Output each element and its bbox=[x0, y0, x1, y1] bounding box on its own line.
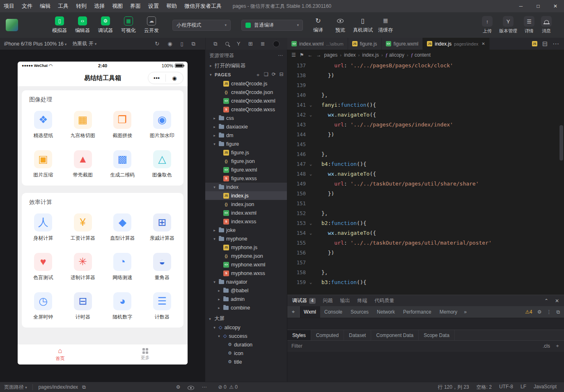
tree-item[interactable]: {}index.json bbox=[205, 200, 287, 209]
app-grid-item[interactable]: ▩生成二维码 bbox=[103, 144, 142, 184]
code-line[interactable]: 150 }) bbox=[287, 188, 564, 198]
panel-tab[interactable]: 代码质量 bbox=[375, 297, 394, 304]
search-icon[interactable] bbox=[225, 42, 229, 46]
code-line[interactable]: 154⌄ wx.navigateTo({ bbox=[287, 228, 564, 238]
devtools-tab[interactable]: Memory bbox=[436, 306, 461, 318]
tree-item[interactable]: ▸@babel bbox=[205, 286, 287, 295]
pages-section-header[interactable]: ▾ PAGES ＋❏⟳⊟ bbox=[205, 70, 287, 79]
filter-input[interactable]: Filter bbox=[291, 343, 303, 349]
tree-item[interactable]: ▾大屏 bbox=[205, 314, 287, 323]
sidebar-tab[interactable]: Styles bbox=[287, 330, 311, 340]
visualization-button[interactable]: ▦可视化 bbox=[119, 16, 138, 34]
app-grid-item[interactable]: 人身材计算 bbox=[23, 208, 63, 247]
version-control-button[interactable]: Y版本管理 bbox=[499, 16, 517, 34]
app-grid-item[interactable]: ▦九宫格切图 bbox=[63, 105, 103, 144]
eye-icon[interactable] bbox=[188, 386, 194, 390]
code-line[interactable]: 138 }) bbox=[287, 70, 564, 80]
tab-overflow-icon[interactable]: » bbox=[461, 309, 469, 315]
mode-select[interactable]: 小程序模式 ▾ bbox=[172, 20, 231, 31]
code-line[interactable]: 145 bbox=[287, 139, 564, 149]
section-action-icon[interactable]: ⊟ bbox=[280, 71, 284, 78]
editor-tab[interactable]: JSfigure.js bbox=[348, 38, 382, 50]
npm-build-icon[interactable] bbox=[273, 41, 280, 47]
breadcrumb-item[interactable]: ƒalicopy bbox=[385, 52, 404, 58]
tree-item[interactable]: ▾myphone bbox=[205, 234, 287, 243]
app-grid-item[interactable]: ♥色盲测试 bbox=[23, 247, 63, 287]
section-action-icon[interactable]: ⟳ bbox=[272, 71, 276, 78]
scrollbar-thumb[interactable] bbox=[559, 125, 563, 160]
code-line[interactable]: 157 bbox=[287, 257, 564, 267]
breadcrumb-item[interactable]: index.js bbox=[362, 52, 379, 58]
more-tools-icon[interactable]: ⋯ bbox=[202, 384, 206, 390]
editor-tab[interactable]: JSindex.jspages\index✕ bbox=[423, 38, 489, 50]
remote-debug-button[interactable]: ▯真机调试 bbox=[353, 17, 373, 34]
minimize-button[interactable]: ─ bbox=[512, 0, 530, 12]
code-line[interactable]: 137 url: '../../pagesB/pages/clock/clock… bbox=[287, 60, 564, 70]
device-frame-icon[interactable]: ▯ bbox=[181, 41, 183, 47]
menubar-item[interactable]: 工具 bbox=[54, 0, 72, 12]
app-grid-item[interactable]: ✳进制计算器 bbox=[63, 247, 103, 287]
miniapp-tab-home[interactable]: ⌂首页 bbox=[18, 344, 103, 364]
code-line[interactable]: 158}, bbox=[287, 267, 564, 277]
fold-toggle-icon[interactable]: ⌄ bbox=[306, 112, 316, 117]
close-tab-icon[interactable]: ✕ bbox=[481, 41, 485, 46]
tree-item[interactable]: ⚙icon bbox=[205, 349, 287, 358]
simulator-button[interactable]: ▯模拟器 bbox=[50, 16, 69, 34]
tree-item[interactable]: JSfigure.js bbox=[205, 148, 287, 157]
code-line[interactable]: 156 }) bbox=[287, 248, 564, 257]
tree-item[interactable]: JScreateQrcode.js bbox=[205, 79, 287, 88]
menubar-item[interactable]: 项目 bbox=[0, 0, 18, 12]
js-preview-icon[interactable]: JS bbox=[532, 41, 537, 46]
tree-item[interactable]: Sfigure.wxss bbox=[205, 174, 287, 183]
menubar-item[interactable]: 编辑 bbox=[36, 0, 54, 12]
back-icon[interactable]: ← bbox=[308, 52, 313, 58]
panel-tab[interactable]: 问题 bbox=[323, 297, 333, 304]
encoding-setting[interactable]: UTF-8 bbox=[499, 384, 513, 391]
breadcrumb-item[interactable]: ƒcontent bbox=[411, 52, 431, 58]
tree-item[interactable]: ▸combine bbox=[205, 303, 287, 312]
app-grid-item[interactable]: ⊞亲戚计算器 bbox=[142, 208, 182, 247]
menubar-item[interactable]: 视图 bbox=[108, 0, 126, 12]
app-grid-item[interactable]: ☰计数器 bbox=[142, 287, 182, 326]
language-mode[interactable]: JavaScript bbox=[534, 384, 557, 391]
cursor-position[interactable]: 行 120，列 23 bbox=[438, 384, 469, 391]
open-editors-section[interactable]: ▸ 打开的编辑器 bbox=[205, 61, 287, 70]
pages-files-icon[interactable]: ⧉ bbox=[213, 41, 217, 47]
fold-toggle-icon[interactable]: ⌄ bbox=[306, 103, 316, 107]
panel-tab[interactable]: 输出 bbox=[340, 297, 350, 304]
app-grid-item[interactable]: ❖精选壁纸 bbox=[23, 105, 63, 144]
menubar-item[interactable]: 设置 bbox=[144, 0, 163, 12]
menubar-item[interactable]: 界面 bbox=[126, 0, 144, 12]
fold-toggle-icon[interactable]: ⌄ bbox=[306, 221, 316, 225]
tree-item[interactable]: ▸daxiaoxie bbox=[205, 122, 287, 131]
maximize-button[interactable]: □ bbox=[530, 0, 547, 12]
panel-tab[interactable]: 调试器4 bbox=[292, 297, 316, 304]
dock-side-icon[interactable]: ⧉ bbox=[556, 309, 560, 315]
code-line[interactable]: 155 url: '../../taskOuter/pages/util/mat… bbox=[287, 238, 564, 248]
editor-button[interactable]: ‹›编辑器 bbox=[73, 16, 92, 34]
indent-setting[interactable]: 空格: 2 bbox=[477, 384, 492, 391]
fold-toggle-icon[interactable]: ⌄ bbox=[306, 172, 316, 176]
tree-item[interactable]: {}createQrcode.json bbox=[205, 88, 287, 96]
tree-item[interactable]: ▸dm bbox=[205, 131, 287, 140]
details-button[interactable]: ☰详情 bbox=[524, 16, 534, 34]
tree-item[interactable]: Sindex.wxss bbox=[205, 217, 287, 226]
app-grid-item[interactable]: ◆血型计算器 bbox=[103, 208, 142, 247]
app-grid-item[interactable]: ◉图片加水印 bbox=[142, 105, 182, 144]
tree-item[interactable]: <>myphone.wxml bbox=[205, 260, 287, 269]
tree-item[interactable]: JSmyphone.js bbox=[205, 243, 287, 252]
inspect-element-icon[interactable]: ⌖ bbox=[287, 306, 300, 318]
app-grid-item[interactable]: ⊟计时器 bbox=[63, 287, 103, 326]
fold-toggle-icon[interactable]: ⌄ bbox=[306, 231, 316, 235]
devtools-tab[interactable]: Console bbox=[320, 306, 346, 318]
menubar-item[interactable]: 选择 bbox=[90, 0, 108, 12]
sidebar-tab[interactable]: Dataset bbox=[344, 330, 371, 340]
add-style-icon[interactable]: ＋ bbox=[555, 342, 560, 349]
close-button[interactable]: ✕ bbox=[547, 0, 564, 12]
avatar[interactable] bbox=[6, 19, 18, 31]
code-line[interactable]: 139 bbox=[287, 80, 564, 90]
more-actions-icon[interactable]: ⋯ bbox=[553, 40, 559, 48]
menubar-item[interactable]: 帮助 bbox=[163, 0, 181, 12]
preview-button[interactable]: 预览 bbox=[331, 17, 350, 34]
tree-item[interactable]: <>figure.wxml bbox=[205, 165, 287, 174]
